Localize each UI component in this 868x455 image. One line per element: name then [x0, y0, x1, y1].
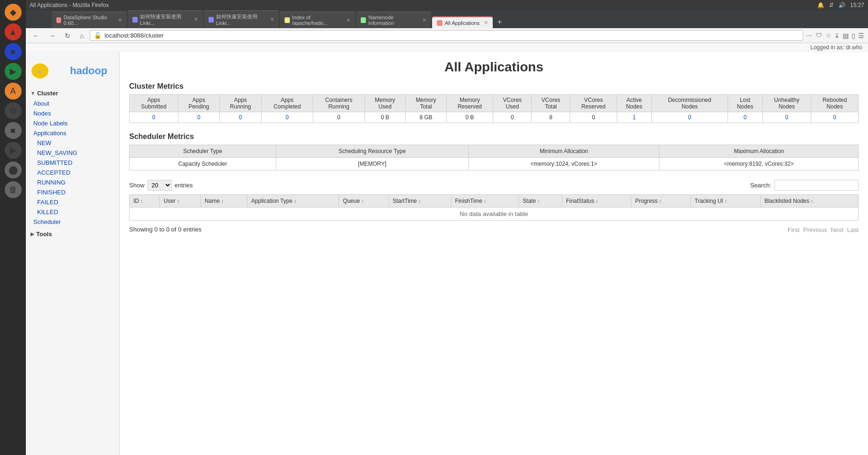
val-memory-reserved: 0 B — [446, 112, 493, 123]
download-icon[interactable]: ⇓ — [834, 32, 840, 39]
taskbar-icon-2[interactable]: ▲ — [5, 23, 22, 40]
browser-window: All Applications - Mozilla Firefox 🔔 ⇵ 🔊… — [26, 0, 868, 455]
sort-progress-icon: ↕ — [659, 199, 662, 204]
entries-select[interactable]: 20 50 100 — [147, 180, 172, 191]
app-col-state[interactable]: State ↕ — [519, 195, 562, 208]
app-col-tracking[interactable]: Tracking UI ↕ — [690, 195, 760, 208]
taskbar-icon-9[interactable]: ⬤ — [5, 162, 22, 178]
sidebar-accepted[interactable]: ACCEPTED — [26, 168, 119, 177]
logged-in-bar: Logged in as: dr.who — [26, 43, 868, 52]
app-col-blacklisted[interactable]: Blacklisted Nodes ↕ — [760, 195, 858, 208]
taskbar-icon-5[interactable]: A — [5, 83, 22, 100]
sidebar-killed[interactable]: KILLED — [26, 207, 119, 217]
val-apps-submitted: 0 — [130, 112, 178, 123]
sidebar-submitted[interactable]: SUBMITTED — [26, 158, 119, 168]
taskbar-icon-6[interactable]: ⚙ — [5, 102, 22, 119]
app-col-starttime[interactable]: StartTime ↕ — [388, 195, 451, 208]
tab-2[interactable]: 如何快速安装使用Linki... ✕ — [128, 10, 203, 28]
pagination-next[interactable]: Next — [831, 226, 844, 233]
os-taskbar: ◆ ▲ ■ ▶ A ⚙ ■ ▶ ⬤ 🗑 — [0, 0, 26, 455]
sidebar-node-labels[interactable]: Node Labels — [26, 118, 119, 128]
speaker-icon[interactable]: 🔊 — [838, 2, 845, 8]
address-icons: ⋯ 🛡 ☆ — [806, 32, 831, 39]
col-apps-pending: AppsPending — [178, 95, 219, 112]
tab-close-4[interactable]: ✕ — [346, 17, 350, 23]
cluster-header[interactable]: ▼ Cluster — [26, 88, 119, 99]
notification-icon[interactable]: 🔔 — [817, 2, 824, 8]
title-bar-right: 🔔 ⇵ 🔊 15:27 — [817, 2, 864, 8]
forward-button[interactable]: → — [46, 31, 59, 41]
sync-icon[interactable]: ⇵ — [829, 2, 834, 8]
pagination-first[interactable]: First — [788, 226, 799, 233]
val-vcores-total: 8 — [532, 112, 570, 123]
app-col-finalstatus[interactable]: FinalStatus ↕ — [562, 195, 631, 208]
nav-bar: ← → ↻ ⌂ 🔓 localhost:8088/cluster ⋯ 🛡 ☆ ⇓… — [26, 28, 868, 43]
tab-5[interactable]: Namenode information ✕ — [356, 12, 431, 28]
app-col-name[interactable]: Name ↕ — [201, 195, 247, 208]
sidebar-running[interactable]: RUNNING — [26, 177, 119, 187]
back-button[interactable]: ← — [30, 31, 43, 41]
col-memory-total: MemoryTotal — [405, 95, 446, 112]
taskbar-icon-7[interactable]: ■ — [5, 122, 22, 139]
pagination-previous[interactable]: Previous — [803, 226, 827, 233]
address-text[interactable]: localhost:8088/cluster — [104, 32, 799, 39]
taskbar-icon-8[interactable]: ▶ — [5, 142, 22, 159]
sidebar-new[interactable]: NEW — [26, 138, 119, 148]
sidebar-cluster-section: ▼ Cluster About Nodes Node Labels Applic… — [26, 88, 119, 227]
shield-icon[interactable]: 🛡 — [816, 32, 822, 39]
val-memory-total: 8 GB — [405, 112, 446, 123]
val-active-nodes: 1 — [617, 112, 651, 123]
val-containers-running: 0 — [313, 112, 364, 123]
window-icon[interactable]: ▯ — [852, 32, 855, 39]
pagination-last[interactable]: Last — [847, 226, 859, 233]
tab-1[interactable]: DataSphere Studio 0.60... ✕ — [52, 12, 127, 28]
tab-6[interactable]: All Applications ✕ — [432, 16, 493, 28]
show-label: Show — [129, 182, 145, 189]
scheduler-metrics-table: Scheduler Type Scheduling Resource Type … — [129, 145, 859, 170]
val-memory-used: 0 B — [364, 112, 405, 123]
hadoop-logo-svg: 🐘 — [31, 62, 68, 80]
menu-icon[interactable]: ☰ — [858, 32, 864, 39]
sidebar-new-saving[interactable]: NEW_SAVING — [26, 148, 119, 158]
tab-close-2[interactable]: ✕ — [194, 16, 198, 23]
tab-4[interactable]: Index of /apache/hado... ✕ — [280, 12, 355, 28]
app-col-progress[interactable]: Progress ↕ — [631, 195, 691, 208]
app-col-id[interactable]: ID ↕ — [130, 195, 160, 208]
tab-label-5: Namenode information — [368, 15, 418, 26]
address-bar[interactable]: 🔓 localhost:8088/cluster — [90, 30, 803, 41]
refresh-button[interactable]: ↻ — [62, 31, 74, 41]
col-vcores-used: VCoresUsed — [493, 95, 532, 112]
tab-3[interactable]: 如何快速安装使用Linki... ✕ — [204, 10, 279, 28]
cluster-metrics-title: Cluster Metrics — [129, 82, 859, 91]
app-col-finishtime[interactable]: FinishTime ↕ — [451, 195, 519, 208]
sidebar-scheduler[interactable]: Scheduler — [26, 217, 119, 227]
sort-finish-icon: ↕ — [484, 199, 486, 204]
sidebar-failed[interactable]: FAILED — [26, 197, 119, 207]
app-col-queue[interactable]: Queue ↕ — [339, 195, 389, 208]
tab-close-3[interactable]: ✕ — [270, 16, 274, 23]
app-col-user[interactable]: User ↕ — [160, 195, 201, 208]
tab-close-1[interactable]: ✕ — [118, 17, 122, 23]
new-tab-button[interactable]: + — [494, 16, 505, 28]
app-col-type[interactable]: Application Type ↕ — [247, 195, 339, 208]
sidebar-about[interactable]: About — [26, 99, 119, 108]
home-button[interactable]: ⌂ — [77, 31, 87, 41]
col-vcores-total: VCoresTotal — [532, 95, 570, 112]
tab-close-5[interactable]: ✕ — [422, 17, 426, 23]
sidebar-finished[interactable]: FINISHED — [26, 187, 119, 197]
showing-info: Showing 0 to 0 of 0 entries — [129, 226, 202, 233]
taskbar-icon-10[interactable]: 🗑 — [5, 181, 22, 198]
sidebar-nodes[interactable]: Nodes — [26, 108, 119, 118]
taskbar-icon-4[interactable]: ▶ — [5, 63, 22, 80]
sched-val-max: <memory:8192, vCores:32> — [659, 158, 859, 170]
star-icon[interactable]: ☆ — [826, 32, 831, 39]
ellipsis-icon[interactable]: ⋯ — [806, 32, 812, 39]
bar-chart-icon[interactable]: ▤ — [843, 32, 849, 39]
tools-section[interactable]: ▶ Tools — [26, 229, 119, 239]
taskbar-icon-3[interactable]: ■ — [5, 43, 22, 60]
sidebar-applications[interactable]: Applications — [26, 128, 119, 138]
tab-close-6[interactable]: ✕ — [484, 20, 488, 26]
sort-tracking-icon: ↕ — [725, 199, 727, 204]
taskbar-icon-1[interactable]: ◆ — [5, 4, 22, 21]
search-input[interactable] — [774, 180, 859, 191]
